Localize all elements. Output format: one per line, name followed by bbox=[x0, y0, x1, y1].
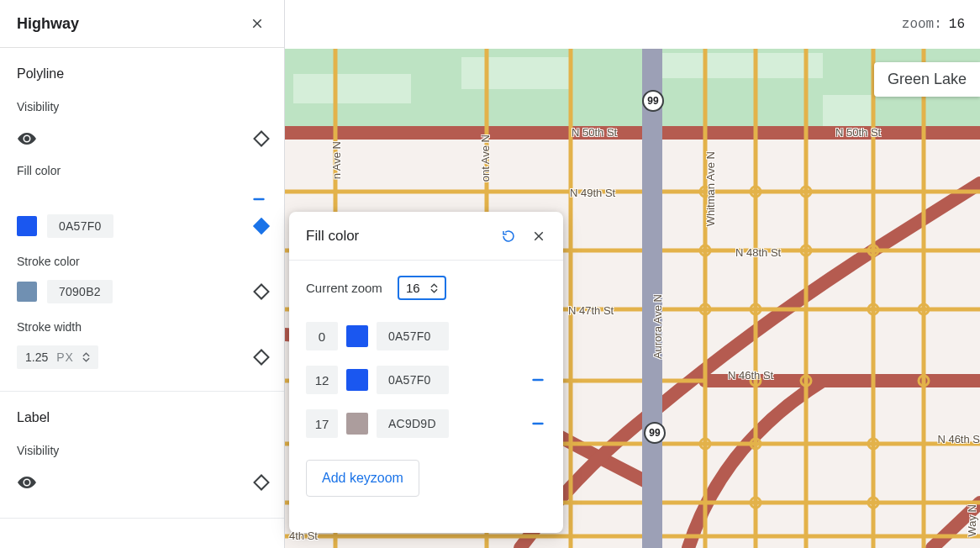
keyzoom-swatch[interactable] bbox=[346, 369, 368, 391]
svg-rect-0 bbox=[253, 198, 264, 201]
area-label-green-lake: Green Lake bbox=[874, 62, 980, 97]
label-visibility-row bbox=[17, 464, 267, 501]
road-label: N 50th St bbox=[835, 126, 881, 139]
fill-color-keyzoom-active-marker[interactable] bbox=[253, 218, 270, 234]
svg-rect-3 bbox=[461, 57, 571, 89]
road-label: N 47th St bbox=[568, 304, 614, 317]
chevron-down-icon bbox=[82, 357, 90, 362]
visibility-label: Visibility bbox=[17, 93, 267, 120]
close-icon bbox=[531, 229, 546, 244]
close-sidebar-button[interactable] bbox=[247, 13, 267, 34]
add-keyzoom-button[interactable]: Add keyzoom bbox=[306, 460, 419, 497]
keyzoom-level[interactable]: 17 bbox=[306, 409, 338, 438]
road-label: N 50th St bbox=[572, 126, 617, 139]
current-zoom-stepper[interactable] bbox=[430, 283, 438, 293]
sidebar-title: Highway bbox=[17, 15, 79, 33]
popup-title: Fill color bbox=[306, 228, 359, 245]
stroke-width-row: 1.25 PX bbox=[17, 340, 267, 374]
stroke-width-number: 1.25 bbox=[25, 350, 48, 364]
popup-header: Fill color bbox=[289, 212, 563, 261]
keyzoom-hex[interactable]: 0A57F0 bbox=[377, 322, 449, 350]
popup-close-button[interactable] bbox=[531, 229, 546, 244]
road-label: N 48th St bbox=[735, 246, 781, 259]
keyzoom-row: 00A57F0 bbox=[306, 319, 546, 354]
keyzoom-remove-button[interactable] bbox=[530, 415, 546, 432]
label-section: Label Visibility bbox=[0, 392, 284, 519]
route-shield: 99 bbox=[642, 90, 664, 112]
road-label: Whitman Ave N bbox=[704, 151, 717, 226]
popup-reset-button[interactable] bbox=[501, 229, 516, 244]
road-label: ont Ave N bbox=[479, 134, 492, 182]
stroke-width-unit: PX bbox=[56, 350, 74, 364]
road-label: N 46th St bbox=[728, 369, 773, 382]
svg-rect-4 bbox=[655, 53, 823, 78]
stroke-color-label: Stroke color bbox=[17, 243, 267, 275]
label-visibility-keyzoom-marker[interactable] bbox=[253, 474, 270, 491]
sidebar-header: Highway bbox=[0, 0, 284, 48]
zoom-label: zoom: bbox=[902, 17, 942, 32]
road-label: n Ave N bbox=[330, 141, 343, 179]
stroke-color-hex[interactable]: 7090B2 bbox=[47, 280, 113, 303]
keyzoom-row: 17AC9D9D bbox=[306, 406, 546, 441]
visibility-keyzoom-marker[interactable] bbox=[253, 130, 270, 147]
sidebar: Highway Polyline Visibility Fill color 0… bbox=[0, 0, 285, 548]
label-heading: Label bbox=[17, 392, 267, 437]
stroke-color-keyzoom-marker[interactable] bbox=[253, 283, 270, 300]
keyzoom-hex[interactable]: 0A57F0 bbox=[377, 366, 449, 394]
road-label: 4th St bbox=[289, 530, 318, 542]
keyzoom-swatch[interactable] bbox=[346, 413, 368, 435]
road-label: N 49th St bbox=[570, 187, 615, 199]
keyzoom-hex[interactable]: AC9D9D bbox=[377, 409, 449, 438]
stroke-width-label: Stroke width bbox=[17, 308, 267, 340]
refresh-icon bbox=[501, 229, 516, 244]
visibility-row bbox=[17, 120, 267, 157]
zoom-value: 16 bbox=[949, 17, 965, 32]
svg-rect-41 bbox=[532, 379, 543, 382]
fill-color-swatch[interactable] bbox=[17, 216, 37, 236]
svg-rect-5 bbox=[823, 95, 873, 127]
keyzoom-list: 00A57F0120A57F017AC9D9D bbox=[306, 319, 546, 441]
keyzoom-row: 120A57F0 bbox=[306, 362, 546, 398]
current-zoom-input[interactable]: 16 bbox=[398, 276, 446, 300]
road-label: Way N bbox=[966, 504, 978, 537]
polyline-heading: Polyline bbox=[17, 48, 267, 93]
keyzoom-remove-button[interactable] bbox=[530, 371, 546, 388]
polyline-section: Polyline Visibility Fill color 0A57F0 St… bbox=[0, 48, 284, 392]
stroke-color-row: 7090B2 bbox=[17, 275, 267, 308]
chevron-down-icon bbox=[430, 288, 438, 293]
stroke-color-swatch[interactable] bbox=[17, 282, 37, 302]
current-zoom-label: Current zoom bbox=[306, 281, 382, 295]
stroke-width-stepper[interactable] bbox=[82, 352, 90, 362]
svg-rect-6 bbox=[293, 74, 411, 103]
keyzoom-level[interactable]: 12 bbox=[306, 366, 338, 394]
keyzoom-level[interactable]: 0 bbox=[306, 322, 338, 350]
fill-color-keyzoom-marker[interactable] bbox=[250, 191, 267, 208]
stroke-width-keyzoom-marker[interactable] bbox=[253, 349, 270, 366]
route-shield: 99 bbox=[644, 422, 666, 444]
fill-color-value-row: 0A57F0 bbox=[17, 209, 267, 243]
popup-body: Current zoom 16 00A57F0120A57F017AC9D9D … bbox=[289, 261, 563, 497]
label-visibility-label: Visibility bbox=[17, 437, 267, 464]
road-label: Aurora Ave N bbox=[651, 294, 664, 359]
eye-icon bbox=[17, 472, 37, 493]
svg-rect-42 bbox=[532, 423, 543, 425]
map-zoom-readout: zoom: 16 bbox=[285, 0, 980, 49]
fill-color-hex[interactable]: 0A57F0 bbox=[47, 214, 113, 238]
close-icon bbox=[250, 16, 265, 31]
road-label: N 46th S bbox=[937, 433, 980, 445]
keyzoom-swatch[interactable] bbox=[346, 325, 368, 347]
fill-color-popup: Fill color Current zoom 16 00A57F0120A57… bbox=[289, 212, 563, 533]
visibility-toggle[interactable] bbox=[17, 129, 37, 149]
eye-icon bbox=[17, 129, 37, 149]
current-zoom-value: 16 bbox=[406, 281, 420, 295]
current-zoom-row: Current zoom 16 bbox=[306, 276, 546, 300]
stroke-width-input[interactable]: 1.25 PX bbox=[17, 345, 98, 369]
label-visibility-toggle[interactable] bbox=[17, 472, 37, 493]
